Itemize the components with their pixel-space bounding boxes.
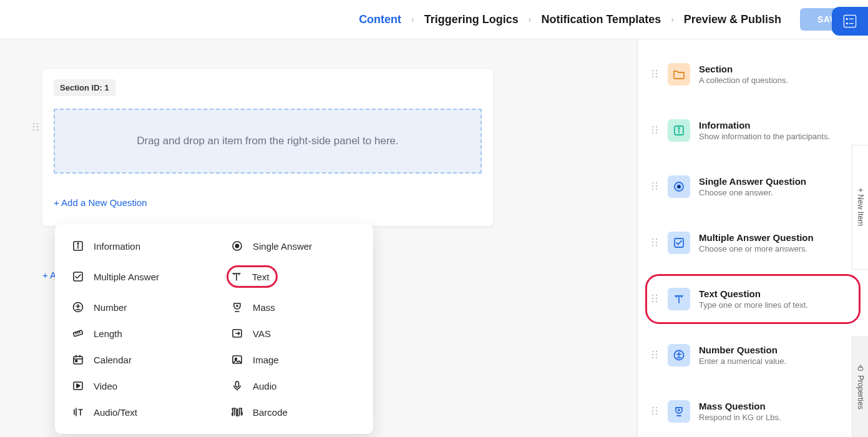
canvas-area: Section ID: 1 Drag and drop an item from… (0, 39, 637, 437)
palette-item-section[interactable]: SectionA collection of questions. (649, 57, 857, 92)
dropzone[interactable]: Drag and drop an item from the right-sid… (54, 109, 482, 174)
chevron-right-icon: › (411, 14, 414, 24)
palette-item-single-answer-question[interactable]: Single Answer QuestionChoose one answer. (649, 169, 857, 204)
chevron-right-icon: › (671, 14, 674, 24)
dropzone-hint: Drag and drop an item from the right-sid… (137, 135, 399, 147)
palette-desc: Type one or more lines of text. (699, 300, 808, 310)
section-card: Section ID: 1 Drag and drop an item from… (42, 69, 493, 226)
barcode-icon (230, 405, 244, 419)
menu-item-barcode[interactable]: Barcode (214, 399, 373, 425)
tab-content[interactable]: Content (359, 13, 401, 26)
chevron-right-icon: › (529, 14, 532, 24)
menu-item-information[interactable]: Information (55, 233, 214, 259)
menu-item-audio[interactable]: Audio (214, 373, 373, 399)
menu-item-image[interactable]: Image (214, 346, 373, 373)
info-square-icon (668, 119, 690, 142)
lock-icon (857, 364, 864, 371)
image-icon (230, 353, 244, 366)
add-question-link[interactable]: + Add a New Question (54, 197, 147, 208)
palette-item-number-question[interactable]: Number QuestionEnter a numerical value. (649, 338, 857, 373)
menu-item-label: Text (252, 272, 270, 282)
plusminus-circle-icon (71, 300, 85, 314)
drag-handle-icon[interactable] (651, 350, 659, 361)
palette-desc: Enter a numerical value. (699, 356, 786, 366)
drag-handle-icon[interactable] (32, 122, 39, 134)
palette-desc: Choose one or more answers. (699, 244, 814, 253)
menu-item-label: Information (94, 241, 140, 252)
drag-handle-icon[interactable] (651, 182, 659, 192)
text-t-icon (230, 270, 243, 283)
side-tab-label: + New Item (856, 188, 865, 226)
menu-item-video[interactable]: Video (55, 373, 214, 399)
radio-icon (230, 239, 244, 253)
add-section-link-partial[interactable]: + A (42, 270, 56, 280)
menu-item-label: VAS (253, 328, 271, 339)
palette-item-multiple-answer-question[interactable]: Multiple Answer QuestionChoose one or mo… (649, 225, 857, 260)
audio-text-icon (71, 405, 85, 419)
menu-item-calendar[interactable]: Calendar (55, 346, 214, 373)
menu-item-label: Image (253, 355, 279, 365)
side-tab-label: Properties (856, 375, 865, 410)
palette-item-text-question[interactable]: Text QuestionType one or more lines of t… (649, 282, 857, 317)
tab-triggering-logics[interactable]: Triggering Logics (424, 13, 519, 26)
palette-item-mass-question[interactable]: Mass QuestionRespond in KG or Lbs. (649, 394, 857, 429)
menu-item-label: Barcode (253, 407, 288, 418)
header-bar: Content › Triggering Logics › Notificati… (0, 0, 868, 39)
radio-icon (668, 175, 690, 198)
palette-title: Single Answer Question (699, 176, 806, 187)
side-tab-new-item[interactable]: + New Item (852, 145, 868, 270)
tab-notification-templates[interactable]: Notification Templates (541, 13, 661, 26)
menu-item-label: Video (94, 381, 117, 391)
menu-item-label: Calendar (94, 355, 132, 365)
menu-item-label: Audio/Text (94, 407, 137, 418)
scale-icon (230, 300, 244, 314)
menu-item-length[interactable]: Length (55, 320, 214, 346)
palette-title: Multiple Answer Question (699, 232, 814, 243)
palette-desc: Show information to the participants. (699, 132, 830, 141)
menu-item-vas[interactable]: VAS (214, 320, 373, 346)
palette-title: Section (699, 64, 788, 74)
question-type-menu: InformationSingle AnswerMultiple AnswerT… (55, 224, 373, 434)
menu-item-label: Audio (253, 381, 276, 391)
drag-handle-icon[interactable] (651, 125, 659, 136)
checkbox-icon (668, 232, 690, 254)
main-area: Section ID: 1 Drag and drop an item from… (0, 39, 868, 437)
scale-icon (668, 400, 690, 423)
palette-title: Information (699, 120, 830, 130)
arrow-export-icon (230, 327, 244, 340)
ruler-icon (71, 327, 85, 340)
menu-item-text[interactable]: Text (214, 259, 373, 294)
item-palette: SectionA collection of questions.Informa… (637, 39, 868, 437)
palette-title: Text Question (699, 288, 808, 299)
palette-title: Mass Question (699, 401, 781, 411)
palette-desc: Choose one answer. (699, 188, 806, 197)
folder-icon (668, 63, 690, 86)
form-list-icon (842, 14, 857, 29)
drag-handle-icon[interactable] (651, 238, 659, 248)
menu-item-multiple-answer[interactable]: Multiple Answer (55, 259, 214, 294)
panel-toggle-button[interactable] (832, 7, 868, 36)
mic-icon (230, 379, 244, 393)
drag-handle-icon[interactable] (651, 406, 659, 417)
calendar-icon (71, 353, 85, 366)
menu-item-mass[interactable]: Mass (214, 294, 373, 320)
plusminus-circle-icon (668, 344, 690, 366)
palette-item-information[interactable]: InformationShow information to the parti… (649, 113, 857, 148)
drag-handle-icon[interactable] (651, 294, 659, 305)
checkbox-icon (71, 270, 85, 283)
info-square-icon (71, 239, 85, 253)
drag-handle-icon[interactable] (651, 69, 659, 80)
menu-item-audio-text[interactable]: Audio/Text (55, 399, 214, 425)
menu-item-label: Single Answer (253, 241, 312, 252)
menu-item-label: Multiple Answer (94, 272, 159, 282)
menu-item-label: Mass (253, 302, 275, 313)
menu-item-label: Number (94, 302, 127, 313)
palette-desc: Respond in KG or Lbs. (699, 413, 781, 422)
tab-preview-publish[interactable]: Preview & Publish (684, 13, 781, 26)
menu-item-single-answer[interactable]: Single Answer (214, 233, 373, 259)
palette-title: Number Question (699, 345, 786, 355)
menu-item-label: Length (94, 328, 122, 339)
side-tab-properties[interactable]: Properties (852, 336, 868, 436)
video-icon (71, 379, 85, 393)
menu-item-number[interactable]: Number (55, 294, 214, 320)
